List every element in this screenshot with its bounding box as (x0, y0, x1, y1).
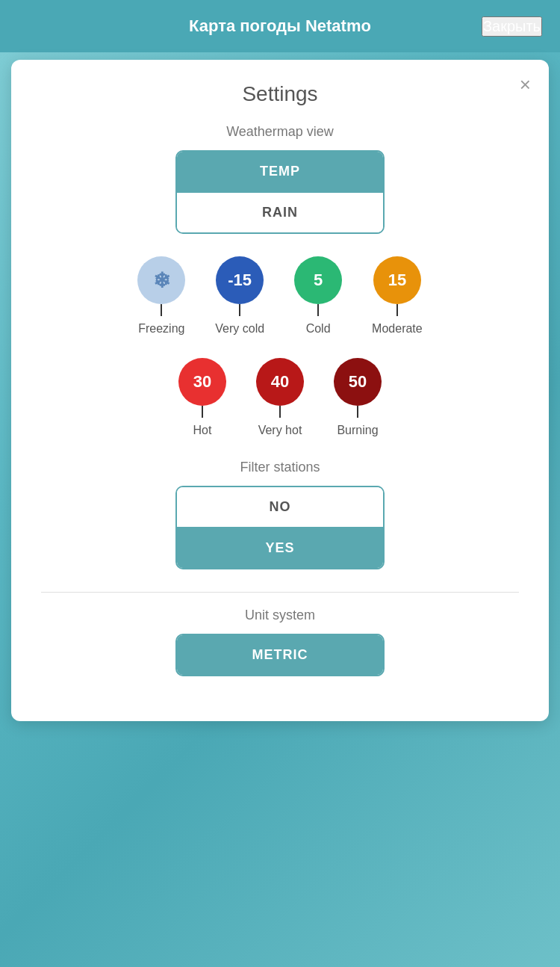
pin-needle-very-cold (239, 304, 240, 316)
pin-circle-very-hot: 40 (256, 358, 304, 406)
filter-no-button[interactable]: NO (177, 487, 383, 528)
section-divider (41, 592, 519, 593)
filter-yes-button[interactable]: YES (177, 528, 383, 568)
legend-label-burning: Burning (337, 424, 378, 437)
metric-button[interactable]: METRIC (177, 635, 383, 675)
pin-needle-hot (202, 406, 203, 418)
pin-needle-cold (317, 304, 319, 316)
legend-label-freezing: Freezing (138, 322, 184, 336)
weathermap-view-label: Weathermap view (41, 124, 519, 140)
modal-title: Settings (41, 82, 519, 106)
temp-toggle-button[interactable]: TEMP (177, 152, 383, 193)
legend-item-burning: 50 Burning (334, 358, 382, 437)
pin-circle-hot: 30 (178, 358, 226, 406)
modal-overlay: × Settings Weathermap view TEMP RAIN ❄ (0, 52, 560, 967)
pin-circle-cold: 5 (294, 256, 342, 304)
pin-circle-burning: 50 (334, 358, 382, 406)
pin-needle-burning (357, 406, 358, 418)
pin-needle-moderate (396, 304, 398, 316)
legend-item-moderate: 15 Moderate (372, 256, 423, 336)
legend-label-hot: Hot (193, 424, 212, 437)
filter-toggle-group: NO YES (175, 486, 385, 569)
legend-item-very-cold: -15 Very cold (215, 256, 264, 336)
pin-needle-freezing (161, 304, 162, 316)
pin-circle-freezing: ❄ (137, 256, 185, 304)
unit-toggle-group: METRIC (175, 634, 385, 676)
pin-freezing: ❄ (137, 256, 185, 316)
legend-item-freezing: ❄ Freezing (137, 256, 185, 336)
legend-item-very-hot: 40 Very hot (256, 358, 304, 437)
weathermap-toggle-group: TEMP RAIN (175, 150, 385, 234)
header-title: Карта погоды Netatmo (189, 16, 371, 36)
rain-toggle-button[interactable]: RAIN (177, 193, 383, 232)
settings-modal: × Settings Weathermap view TEMP RAIN ❄ (11, 60, 549, 721)
pin-burning: 50 (334, 358, 382, 418)
weathermap-view-section: Weathermap view TEMP RAIN (41, 124, 519, 234)
legend-label-moderate: Moderate (372, 322, 423, 336)
filter-stations-section: Filter stations NO YES (41, 460, 519, 569)
header-bar: Карта погоды Netatmo Закрыть (0, 0, 560, 52)
pin-hot: 30 (178, 358, 226, 418)
legend-section: ❄ Freezing -15 Very cold (41, 256, 519, 437)
unit-system-label: Unit system (41, 608, 519, 623)
legend-label-very-hot: Very hot (258, 424, 302, 437)
pin-very-hot: 40 (256, 358, 304, 418)
filter-stations-label: Filter stations (41, 460, 519, 475)
pin-very-cold: -15 (216, 256, 264, 316)
pin-moderate: 15 (373, 256, 421, 316)
pin-cold: 5 (294, 256, 342, 316)
legend-item-hot: 30 Hot (178, 358, 226, 437)
legend-label-cold: Cold (306, 322, 331, 336)
pin-circle-moderate: 15 (373, 256, 421, 304)
legend-row-1: ❄ Freezing -15 Very cold (41, 256, 519, 336)
pin-circle-very-cold: -15 (216, 256, 264, 304)
modal-close-button[interactable]: × (520, 75, 531, 94)
pin-needle-very-hot (279, 406, 281, 418)
header-close-button[interactable]: Закрыть (482, 16, 542, 37)
legend-label-very-cold: Very cold (215, 322, 264, 336)
legend-row-2: 30 Hot 40 Very hot (41, 358, 519, 437)
unit-system-section: Unit system METRIC (41, 608, 519, 676)
legend-item-cold: 5 Cold (294, 256, 342, 336)
